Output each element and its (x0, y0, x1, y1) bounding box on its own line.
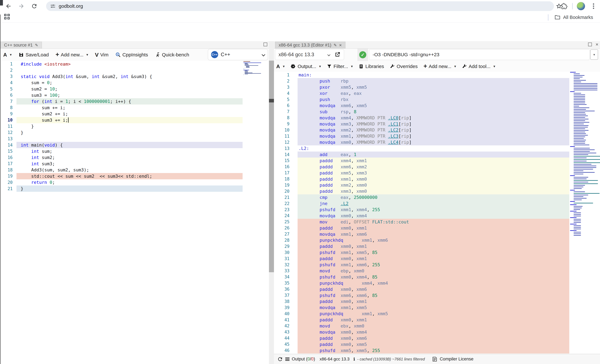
address-bar[interactable]: godbolt.org (46, 1, 554, 11)
pane-splitter[interactable] (269, 41, 274, 364)
compiler-options-input[interactable]: -O3 -DNDEBUG -std=gnu++23 (369, 49, 589, 60)
asm-line[interactable]: 26 paddd xmm0, xmm1 (274, 225, 600, 231)
asm-line[interactable]: 43 movdqa xmm0, xmm4 (274, 329, 600, 335)
asm-line[interactable]: 35 punpckhdq xmm4, xmm4 (274, 280, 600, 286)
asm-line[interactable]: 15 paddd xmm4, xmm1 (274, 157, 600, 164)
asm-line[interactable]: 5 push rbx (274, 96, 600, 103)
forward-icon[interactable] (18, 2, 25, 10)
asm-libraries-button[interactable]: Libraries (358, 64, 384, 69)
info-icon[interactable]: i (353, 357, 355, 362)
code-line[interactable]: 7 for (int i = 1; i < 1000000001; i++) { (0, 98, 269, 105)
tune-icon[interactable] (50, 3, 56, 9)
asm-line[interactable]: 28 punpckhdq xmm1, xmm6 (274, 237, 600, 243)
source-saveload-button[interactable]: Save/Load (19, 52, 49, 57)
maximize-icon[interactable] (263, 43, 267, 46)
asm-line[interactable]: 44 paddd xmm0, xmm6 (274, 335, 600, 341)
source-tab[interactable]: C++ source #1 ✎ (0, 42, 42, 48)
code-line[interactable]: 1#include <iostream> (0, 61, 269, 67)
extensions-icon[interactable] (560, 2, 568, 10)
source-addnew-button[interactable]: +Add new...▾ (56, 52, 88, 58)
asm-line[interactable]: 17 paddd xmm5, xmm3 (274, 170, 600, 176)
code-line[interactable]: 9 sum2 += i; (0, 111, 269, 117)
source-quickbench-button[interactable]: Quick-bench (155, 52, 189, 57)
code-line[interactable]: 11 } (0, 123, 269, 130)
maximize-icon[interactable] (588, 43, 592, 46)
code-line[interactable]: 14int main(void) { (0, 142, 269, 148)
asm-minimap[interactable] (570, 72, 598, 250)
asm-line[interactable]: 32 pshufd xmm1, xmm6, 255 (274, 262, 600, 268)
asm-line[interactable]: 24 movdqa xmm0, xmm4 (274, 213, 600, 219)
code-line[interactable]: 2 (0, 67, 269, 73)
output-list-icon[interactable] (285, 357, 290, 361)
asm-line[interactable]: 22 jne .L2 (274, 200, 600, 207)
open-in-new-icon[interactable] (334, 51, 341, 58)
asm-line[interactable]: 18 paddd xmm1, xmm0 (274, 176, 600, 182)
asm-editor[interactable]: 1main:2 push rbp3 pxor xmm5, xmm54 xor e… (274, 72, 600, 354)
language-select[interactable]: C++ C++ (208, 49, 268, 60)
asm-line[interactable]: 27 movdqa xmm1, xmm6 (274, 231, 600, 237)
asm-tab[interactable]: x86-64 gcc 13.3 (Editor #1) ✎ × (275, 42, 346, 48)
asm-addnew-button[interactable]: +Add new...▾ (423, 64, 456, 69)
asm-line[interactable]: 25 mov edi, OFFSET FLAT:std::cout (274, 219, 600, 225)
url-text[interactable]: godbolt.org (59, 3, 83, 9)
back-icon[interactable] (5, 2, 12, 10)
asm-line[interactable]: 45 paddd xmm0, xmm5 (274, 341, 600, 347)
source-cppinsights-button[interactable]: CppInsights (115, 52, 148, 57)
code-line[interactable]: 20 return 0; (0, 179, 269, 186)
license-icon[interactable] (432, 356, 438, 362)
asm-line[interactable]: 42 movd ebx, xmm0 (274, 323, 600, 329)
source-minimap[interactable] (244, 61, 262, 81)
code-line[interactable]: 4 sum = 0; (0, 80, 269, 86)
output-button[interactable]: Output (0/0) (292, 356, 315, 362)
refresh-icon[interactable] (277, 356, 283, 362)
asm-line[interactable]: 14 add eax, 1 (274, 152, 600, 158)
asm-line[interactable]: 19 paddd xmm2, xmm0 (274, 182, 600, 188)
asm-line[interactable]: 31 paddd xmm0, xmm1 (274, 255, 600, 262)
asm-line[interactable]: 13.L2: (274, 146, 600, 152)
avatar[interactable] (577, 2, 585, 10)
asm-a-button[interactable]: A▾ (276, 64, 285, 70)
asm-line[interactable]: 38 paddd xmm0, xmm1 (274, 298, 600, 305)
code-line[interactable]: 16 int sum2; (0, 154, 269, 161)
asm-line[interactable]: 8 movdqa xmm4, XMMWORD PTR .LC0[rip] (274, 115, 600, 121)
asm-line[interactable]: 23 pshufd xmm1, xmm4, 255 (274, 207, 600, 213)
chrome-menu-icon[interactable] (590, 3, 597, 10)
asm-line[interactable]: 33 movd ebp, xmm0 (274, 268, 600, 274)
code-line[interactable]: 15 int sum; (0, 148, 269, 155)
asm-line[interactable]: 40 punpckhdq xmm1, xmm5 (274, 311, 600, 317)
apps-grid-icon[interactable] (4, 14, 10, 19)
asm-addtool-button[interactable]: Add tool...▾ (462, 64, 495, 69)
asm-line[interactable]: 7 sub rsp, 8 (274, 109, 600, 115)
tab-close-icon[interactable]: × (339, 43, 342, 48)
asm-line[interactable]: 10 movdqa xmm2, XMMWORD PTR .LC2[rip] (274, 127, 600, 133)
asm-output-button[interactable]: Output...▾ (291, 64, 321, 69)
asm-line[interactable]: 11 movdqa xmm1, XMMWORD PTR .LC3[rip] (274, 133, 600, 139)
source-a-button[interactable]: A▾ (3, 52, 12, 58)
code-line[interactable]: 10 sum3 += i; (0, 117, 269, 123)
asm-line[interactable]: 1main: (274, 72, 600, 78)
splitter-handle[interactable] (269, 99, 274, 102)
asm-line[interactable]: 3 pxor xmm5, xmm5 (274, 84, 600, 90)
edit-pencil-icon[interactable]: ✎ (334, 43, 337, 47)
asm-line[interactable]: 41 paddd xmm0, xmm1 (274, 317, 600, 323)
asm-line[interactable]: 37 pshufd xmm6, xmm6, 85 (274, 292, 600, 298)
close-pane-icon[interactable]: × (595, 43, 598, 46)
code-line[interactable]: 3static void Add3(int &sum, int &sum2, i… (0, 73, 269, 80)
asm-line[interactable]: 36 paddd xmm0, xmm6 (274, 286, 600, 292)
asm-line[interactable]: 20 paddd xmm3, xmm0 (274, 188, 600, 194)
code-line[interactable]: 6 sum3 = 100; (0, 92, 269, 98)
source-editor[interactable]: 1#include <iostream>23static void Add3(i… (0, 61, 269, 364)
asm-line[interactable]: 21 cmp eax, 250000000 (274, 194, 600, 200)
asm-line[interactable]: 29 paddd xmm0, xmm1 (274, 243, 600, 249)
code-line[interactable]: 21} (0, 185, 269, 192)
code-line[interactable]: 17 int sum3; (0, 161, 269, 167)
asm-filter-button[interactable]: Filter...▾ (327, 64, 353, 69)
options-dropdown-button[interactable]: ▾ (590, 49, 598, 60)
code-line[interactable]: 12} (0, 129, 269, 136)
code-line[interactable]: 8 sum += i; (0, 105, 269, 111)
code-line[interactable]: 13 (0, 136, 269, 142)
source-vim-button[interactable]: VVim (95, 52, 109, 58)
asm-line[interactable]: 12 movdqa xmm0, XMMWORD PTR .LC4[rip] (274, 139, 600, 146)
asm-line[interactable]: 46 pshufd xmm5, xmm5, 255 (274, 347, 600, 354)
asm-line[interactable]: 6 movdqa xmm6, xmm5 (274, 102, 600, 109)
